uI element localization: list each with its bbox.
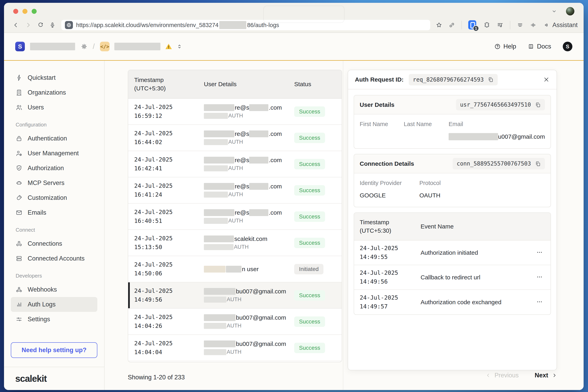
sidebar-item-user-management[interactable]: User Management <box>11 146 97 161</box>
sidebar-item-organizations[interactable]: Organizations <box>11 85 97 100</box>
sidebar-item-users[interactable]: Users <box>11 100 97 115</box>
sidebar-item-settings[interactable]: Settings <box>11 312 97 327</box>
site-icon <box>65 21 73 29</box>
assistant-button[interactable]: Assistant <box>543 22 578 29</box>
auth-request-id-value: req_82680796766274593 <box>413 76 484 83</box>
table-row[interactable]: 24-Jul-202516:41:24re@s.comAUTHSuccess <box>128 177 342 204</box>
url-bar[interactable]: https://app.scalekit.cloud/ws/environmen… <box>61 20 430 30</box>
connection-details-card: Connection Details conn_5889525570076750… <box>354 154 551 207</box>
copy-link-icon[interactable] <box>449 22 455 28</box>
minimize-window-button[interactable] <box>22 9 27 14</box>
table-row[interactable]: 24-Jul-202514:04:04bu007@gmail.comAUTHSu… <box>128 335 342 361</box>
status-badge: Success <box>294 316 325 327</box>
help-button[interactable]: Help <box>494 43 516 50</box>
sidebar-item-connections[interactable]: Connections <box>11 236 97 251</box>
status-column-header: Status <box>294 80 342 88</box>
table-row[interactable]: 24-Jul-202514:04:26bu007@gmail.comAUTHSu… <box>128 309 342 335</box>
event-row: 24-Jul-202514:49:56Callback to redirect … <box>354 265 551 290</box>
sidebar-item-customization[interactable]: Customization <box>11 190 97 205</box>
sidebar-item-webhooks[interactable]: Webhooks <box>11 282 97 297</box>
user-details-column-header: User Details <box>204 80 294 88</box>
workspace-logo[interactable]: S <box>15 42 25 51</box>
environment-switcher-icon[interactable] <box>176 44 182 50</box>
robot-icon <box>16 180 22 186</box>
app-header: S / </> Help Docs S <box>4 33 584 61</box>
timestamp-text: 24-Jul-202516:44:02 <box>134 129 204 146</box>
scalekit-app: S / </> Help Docs S <box>4 32 584 390</box>
sidebar-item-quickstart[interactable]: Quickstart <box>11 70 97 85</box>
playlist-icon[interactable] <box>497 22 504 28</box>
sidebar-item-label: User Management <box>28 150 79 157</box>
copy-icon[interactable] <box>535 161 541 167</box>
back-icon[interactable] <box>12 22 19 28</box>
row-user-details: re@s.comAUTH <box>204 183 294 198</box>
row-timestamp: 24-Jul-202515:13:50 <box>128 234 204 252</box>
next-page-button[interactable]: Next <box>535 372 557 379</box>
auth-method: AUTH <box>204 192 294 198</box>
status-badge: Success <box>294 290 325 300</box>
sidebar-item-connected-accounts[interactable]: Connected Accounts <box>11 251 97 266</box>
auth-request-detail-panel: Auth Request ID: req_82680796766274593 <box>348 70 557 370</box>
auth-request-id-pill: req_82680796766274593 <box>409 74 498 85</box>
cubes-icon <box>16 240 22 247</box>
email-redaction <box>249 104 268 111</box>
sidebar-item-emails[interactable]: Emails <box>11 205 97 220</box>
previous-page-button[interactable]: Previous <box>486 372 519 379</box>
user-avatar[interactable]: S <box>563 42 572 51</box>
panel-header: Auth Request ID: req_82680796766274593 <box>348 70 557 90</box>
bookmark-star-icon[interactable] <box>436 22 442 28</box>
status-badge: Initiated <box>294 264 323 274</box>
maximize-window-button[interactable] <box>32 9 37 14</box>
table-row[interactable]: 24-Jul-202516:42:41re@s.comAUTHSuccess <box>128 151 342 177</box>
sidebar-item-authentication[interactable]: Authentication <box>11 131 97 146</box>
reload-icon[interactable] <box>37 22 44 28</box>
sidebar-item-mcp-servers[interactable]: MCP Servers <box>11 176 97 190</box>
workspace-settings-gear-icon[interactable] <box>81 43 87 50</box>
row-timestamp: 24-Jul-202514:04:26 <box>128 313 204 330</box>
reader-menu-icon[interactable] <box>517 22 524 28</box>
user-email: bu007@gmail.com <box>204 314 294 321</box>
row-user-details: re@s.comAUTH <box>204 157 294 171</box>
auth-redaction <box>204 192 228 198</box>
timestamp-column-header: Timestamp (UTC+5:30) <box>128 76 204 92</box>
close-icon[interactable] <box>543 76 550 83</box>
events-timestamp-column-header: Timestamp (UTC+5:30) <box>354 218 421 235</box>
password-manager-icon[interactable]: 1 <box>468 20 477 30</box>
chevron-down-icon[interactable] <box>551 8 557 14</box>
row-timestamp: 24-Jul-202514:04:04 <box>128 339 204 356</box>
sidebar-item-auth-logs[interactable]: Auth Logs <box>11 297 97 312</box>
url-text: https://app.scalekit.cloud/ws/environmen… <box>76 21 279 29</box>
waveform-icon[interactable] <box>530 22 537 28</box>
chevron-left-icon <box>486 373 491 378</box>
table-row[interactable]: 24-Jul-202516:59:12re@s.comAUTHSuccess <box>128 98 342 125</box>
forward-icon[interactable] <box>25 22 32 28</box>
status-badge: Success <box>294 343 325 353</box>
extension-badge: 1 <box>473 25 479 32</box>
table-row[interactable]: 24-Jul-202514:50:06n userInitiated <box>128 256 342 282</box>
extensions-puzzle-icon[interactable] <box>483 22 490 28</box>
need-help-button[interactable]: Need help setting up? <box>11 342 97 358</box>
table-row[interactable]: 24-Jul-202516:40:51re@s.comAUTHSuccess <box>128 204 342 230</box>
email-redaction <box>204 266 226 272</box>
auth-redaction <box>204 165 228 171</box>
table-row[interactable]: 24-Jul-202514:49:56bu007@gmail.comAUTHSu… <box>128 282 342 309</box>
row-user-details: re@s.comAUTH <box>204 209 294 224</box>
scalekit-logo: scalekit <box>15 373 47 384</box>
browser-profile-avatar[interactable] <box>566 7 574 16</box>
table-row[interactable]: 24-Jul-202516:44:02re@s.comAUTHSuccess <box>128 125 342 151</box>
sidebar-item-authorization[interactable]: Authorization <box>11 161 97 176</box>
auth-method: AUTH <box>204 349 294 355</box>
window-titlebar <box>4 3 584 20</box>
row-status: Success <box>294 106 342 117</box>
event-menu-button[interactable] <box>536 249 543 256</box>
table-row[interactable]: 24-Jul-202515:13:50scalekit.comAUTHSucce… <box>128 230 342 256</box>
event-menu-button[interactable] <box>536 298 543 306</box>
close-window-button[interactable] <box>13 9 18 14</box>
auth-logs-table: Timestamp (UTC+5:30) User Details Status… <box>128 70 342 362</box>
copy-icon[interactable] <box>535 102 541 108</box>
docs-button[interactable]: Docs <box>528 43 551 50</box>
copy-icon[interactable] <box>488 76 494 82</box>
mic-icon[interactable] <box>49 22 56 28</box>
breadcrumb-separator: / <box>93 42 95 51</box>
event-menu-button[interactable] <box>536 274 543 281</box>
